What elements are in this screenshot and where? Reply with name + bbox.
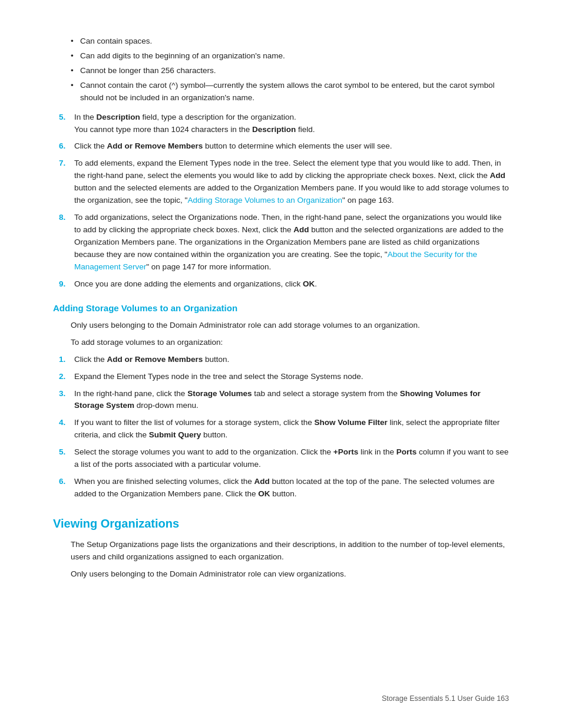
step-8-num: 8. [59,212,74,274]
bullet-list: Can contain spaces. Can add digits to th… [53,35,509,104]
add-step-4-bold2: Submit Query [149,430,201,439]
add-step-3-num: 3. [59,388,74,413]
step-5-content: In the Description field, type a descrip… [74,111,509,136]
add-step-2-content: Expand the Element Types node in the tre… [74,371,509,383]
step-6-content: Click the Add or Remove Members button t… [74,140,509,153]
add-step-2-num: 2. [59,371,74,383]
add-step-3-bold1: Storage Volumes [187,389,252,398]
main-numbered-list: 5. In the Description field, type a desc… [53,111,509,291]
step-8: 8. To add organizations, select the Orga… [53,212,509,274]
bullet-item-3: Cannot be longer than 256 characters. [71,65,509,77]
step-7-link[interactable]: Adding Storage Volumes to an Organizatio… [187,196,342,205]
add-step-3-bold2: Showing Volumes for Storage System [74,389,481,410]
adding-storage-heading: Adding Storage Volumes to an Organizatio… [53,301,509,315]
page-footer: Storage Essentials 5.1 User Guide 163 [382,693,509,704]
add-step-4-num: 4. [59,417,74,442]
add-step-6: 6. When you are finished selecting volum… [53,476,509,500]
add-step-5-bold1: +Ports [333,447,358,456]
step-5-bold1: Description [97,113,140,121]
step-9: 9. Once you are done adding the elements… [53,278,509,291]
step-5: 5. In the Description field, type a desc… [53,111,509,136]
add-step-6-num: 6. [59,476,74,500]
add-step-4: 4. If you want to filter the list of vol… [53,417,509,442]
bullet-item-2: Can add digits to the beginning of an or… [71,50,509,62]
add-step-5-content: Select the storage volumes you want to a… [74,446,509,471]
step-6-bold: Add or Remove Members [107,141,203,150]
viewing-orgs-para1: The Setup Organizations page lists the o… [53,539,509,564]
add-step-1-num: 1. [59,354,74,366]
add-step-5-num: 5. [59,446,74,471]
step-6-num: 6. [59,140,74,153]
step-9-num: 9. [59,278,74,291]
page: Can contain spaces. Can add digits to th… [0,0,562,728]
adding-storage-steps: 1. Click the Add or Remove Members butto… [53,354,509,500]
viewing-orgs-heading: Viewing Organizations [53,515,509,533]
step-8-link[interactable]: About the Security for the Management Se… [74,250,477,271]
add-step-4-bold1: Show Volume Filter [314,418,387,427]
step-9-content: Once you are done adding the elements an… [74,278,509,291]
adding-storage-intro1: Only users belonging to the Domain Admin… [53,319,509,332]
step-5-sub-bold: Description [252,125,296,134]
add-step-6-bold1: Add [254,477,269,486]
step-5-num: 5. [59,111,74,136]
add-step-1-bold: Add or Remove Members [107,355,203,364]
step-7-num: 7. [59,157,74,207]
footer-text: Storage Essentials 5.1 User Guide 163 [382,694,509,703]
add-step-5: 5. Select the storage volumes you want t… [53,446,509,471]
bullet-item-1: Can contain spaces. [71,35,509,48]
add-step-4-content: If you want to filter the list of volume… [74,417,509,442]
step-7-bold1: Add [490,171,505,180]
bullet-item-4: Cannot contain the carot (^) symbol—curr… [71,80,509,104]
add-step-2: 2. Expand the Element Types node in the … [53,371,509,383]
add-step-6-bold2: OK [258,489,270,498]
step-9-bold: OK [303,279,315,288]
add-step-3-content: In the right-hand pane, click the Storag… [74,388,509,413]
step-8-bold1: Add [293,225,309,234]
step-6: 6. Click the Add or Remove Members butto… [53,140,509,153]
add-step-5-bold2: Ports [396,447,417,456]
step-7: 7. To add elements, expand the Element T… [53,157,509,207]
add-step-6-content: When you are finished selecting volumes,… [74,476,509,500]
adding-storage-intro2: To add storage volumes to an organizatio… [53,337,509,349]
step-5-sub: You cannot type more than 1024 character… [74,125,315,134]
step-8-content: To add organizations, select the Organiz… [74,212,509,274]
add-step-3: 3. In the right-hand pane, click the Sto… [53,388,509,413]
add-step-1: 1. Click the Add or Remove Members butto… [53,354,509,366]
add-step-1-content: Click the Add or Remove Members button. [74,354,509,366]
step-7-content: To add elements, expand the Element Type… [74,157,509,207]
viewing-orgs-para2: Only users belonging to the Domain Admin… [53,568,509,581]
